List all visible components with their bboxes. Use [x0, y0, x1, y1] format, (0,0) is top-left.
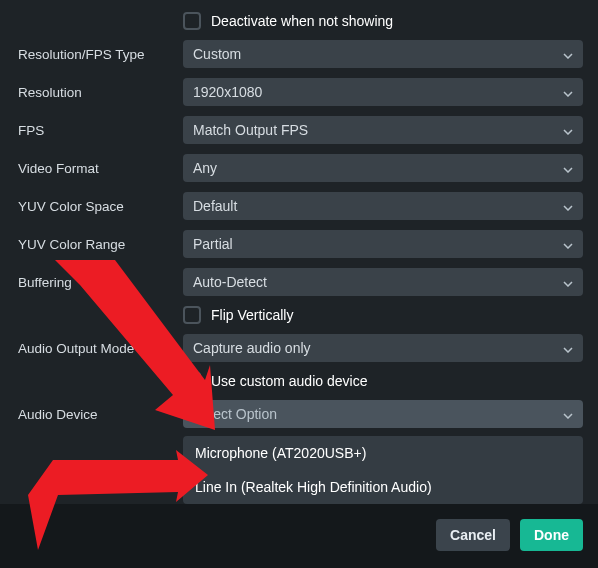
yuv-color-space-label: YUV Color Space [18, 199, 183, 214]
audio-output-mode-value: Capture audio only [193, 340, 311, 356]
deactivate-label[interactable]: Deactivate when not showing [211, 13, 393, 29]
yuv-color-range-label: YUV Color Range [18, 237, 183, 252]
flip-vertically-label[interactable]: Flip Vertically [211, 307, 293, 323]
audio-device-label: Audio Device [18, 407, 183, 422]
video-format-value: Any [193, 160, 217, 176]
audio-device-dropdown: Microphone (AT2020USB+) Line In (Realtek… [183, 436, 583, 504]
chevron-down-icon [563, 406, 573, 422]
deactivate-checkbox[interactable] [183, 12, 201, 30]
video-format-label: Video Format [18, 161, 183, 176]
buffering-select[interactable]: Auto-Detect [183, 268, 583, 296]
flip-vertically-checkbox[interactable] [183, 306, 201, 324]
resolution-value: 1920x1080 [193, 84, 262, 100]
yuv-color-range-select[interactable]: Partial [183, 230, 583, 258]
chevron-down-icon [563, 46, 573, 62]
audio-device-option[interactable]: Line In (Realtek High Definition Audio) [183, 470, 583, 504]
resolution-select[interactable]: 1920x1080 [183, 78, 583, 106]
chevron-down-icon [563, 84, 573, 100]
fps-label: FPS [18, 123, 183, 138]
yuv-color-space-value: Default [193, 198, 237, 214]
resolution-label: Resolution [18, 85, 183, 100]
chevron-down-icon [563, 160, 573, 176]
custom-audio-checkbox[interactable] [183, 372, 201, 390]
audio-device-placeholder: Select Option [193, 406, 277, 422]
chevron-down-icon [563, 122, 573, 138]
audio-device-select[interactable]: Select Option [183, 400, 583, 428]
audio-output-mode-label: Audio Output Mode [18, 341, 183, 356]
chevron-down-icon [563, 236, 573, 252]
cancel-button[interactable]: Cancel [436, 519, 510, 551]
resolution-fps-type-value: Custom [193, 46, 241, 62]
buffering-label: Buffering [18, 275, 183, 290]
yuv-color-range-value: Partial [193, 236, 233, 252]
audio-output-mode-select[interactable]: Capture audio only [183, 334, 583, 362]
chevron-down-icon [563, 340, 573, 356]
dialog-footer: Cancel Done [0, 504, 598, 568]
video-format-select[interactable]: Any [183, 154, 583, 182]
chevron-down-icon [563, 274, 573, 290]
resolution-fps-type-select[interactable]: Custom [183, 40, 583, 68]
resolution-fps-type-label: Resolution/FPS Type [18, 47, 183, 62]
audio-device-option[interactable]: Microphone (AT2020USB+) [183, 436, 583, 470]
buffering-value: Auto-Detect [193, 274, 267, 290]
fps-select[interactable]: Match Output FPS [183, 116, 583, 144]
custom-audio-label[interactable]: Use custom audio device [211, 373, 367, 389]
fps-value: Match Output FPS [193, 122, 308, 138]
yuv-color-space-select[interactable]: Default [183, 192, 583, 220]
done-button[interactable]: Done [520, 519, 583, 551]
chevron-down-icon [563, 198, 573, 214]
